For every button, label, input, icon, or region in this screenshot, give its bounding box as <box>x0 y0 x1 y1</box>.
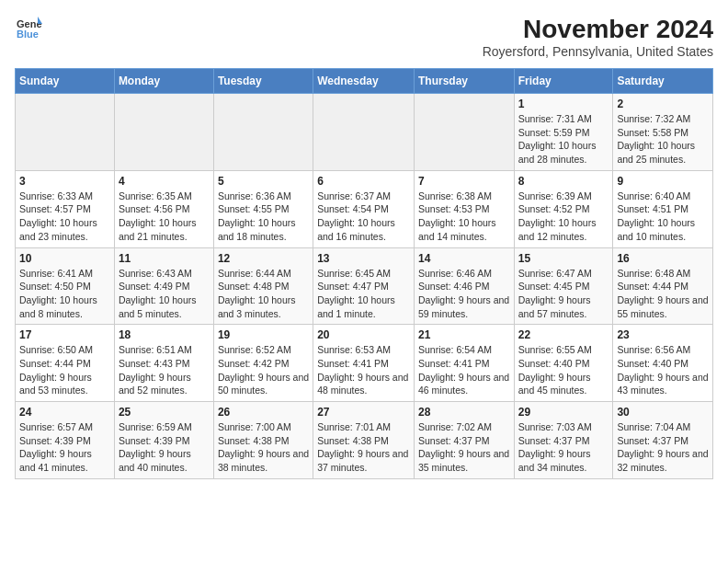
calendar-cell: 5Sunrise: 6:36 AM Sunset: 4:55 PM Daylig… <box>213 170 313 247</box>
calendar-cell <box>313 94 415 171</box>
calendar-cell: 26Sunrise: 7:00 AM Sunset: 4:38 PM Dayli… <box>213 402 313 479</box>
calendar-cell <box>16 94 115 171</box>
calendar-cell: 22Sunrise: 6:55 AM Sunset: 4:40 PM Dayli… <box>514 325 613 402</box>
day-info: Sunrise: 6:39 AM Sunset: 4:52 PM Dayligh… <box>518 190 609 244</box>
calendar-cell: 11Sunrise: 6:43 AM Sunset: 4:49 PM Dayli… <box>114 247 213 325</box>
calendar-cell: 12Sunrise: 6:44 AM Sunset: 4:48 PM Dayli… <box>213 247 313 325</box>
day-info: Sunrise: 6:37 AM Sunset: 4:54 PM Dayligh… <box>317 190 410 244</box>
svg-text:Blue: Blue <box>17 29 39 40</box>
calendar-cell: 7Sunrise: 6:38 AM Sunset: 4:53 PM Daylig… <box>414 170 514 247</box>
day-number: 15 <box>518 252 609 265</box>
day-info: Sunrise: 6:55 AM Sunset: 4:40 PM Dayligh… <box>518 343 609 397</box>
day-number: 1 <box>518 98 609 110</box>
day-number: 19 <box>218 328 309 341</box>
column-header-monday: Monday <box>114 69 213 94</box>
day-info: Sunrise: 6:43 AM Sunset: 4:49 PM Dayligh… <box>119 267 210 321</box>
day-number: 29 <box>518 406 609 419</box>
calendar-cell: 21Sunrise: 6:54 AM Sunset: 4:41 PM Dayli… <box>414 325 514 402</box>
day-number: 11 <box>119 252 210 265</box>
day-number: 23 <box>617 328 709 341</box>
day-info: Sunrise: 6:50 AM Sunset: 4:44 PM Dayligh… <box>19 343 110 397</box>
day-info: Sunrise: 6:41 AM Sunset: 4:50 PM Dayligh… <box>19 267 110 321</box>
day-number: 3 <box>19 175 110 188</box>
day-info: Sunrise: 6:51 AM Sunset: 4:43 PM Dayligh… <box>119 343 210 397</box>
day-info: Sunrise: 6:47 AM Sunset: 4:45 PM Dayligh… <box>518 267 609 321</box>
day-number: 30 <box>617 406 709 419</box>
day-info: Sunrise: 6:57 AM Sunset: 4:39 PM Dayligh… <box>19 420 110 475</box>
calendar-week-4: 17Sunrise: 6:50 AM Sunset: 4:44 PM Dayli… <box>16 325 713 402</box>
day-number: 12 <box>218 252 309 265</box>
day-info: Sunrise: 6:35 AM Sunset: 4:56 PM Dayligh… <box>119 190 210 244</box>
calendar-cell: 14Sunrise: 6:46 AM Sunset: 4:46 PM Dayli… <box>414 247 514 325</box>
title-block: November 2024 Royersford, Pennsylvania, … <box>483 15 713 59</box>
column-header-tuesday: Tuesday <box>213 69 313 94</box>
day-number: 4 <box>119 175 210 188</box>
calendar-cell: 13Sunrise: 6:45 AM Sunset: 4:47 PM Dayli… <box>313 247 415 325</box>
calendar-week-2: 3Sunrise: 6:33 AM Sunset: 4:57 PM Daylig… <box>16 170 713 247</box>
day-number: 13 <box>317 252 410 265</box>
day-info: Sunrise: 7:32 AM Sunset: 5:58 PM Dayligh… <box>617 112 709 167</box>
day-info: Sunrise: 6:52 AM Sunset: 4:42 PM Dayligh… <box>218 343 309 397</box>
day-info: Sunrise: 7:03 AM Sunset: 4:37 PM Dayligh… <box>518 420 609 475</box>
day-number: 14 <box>418 252 510 265</box>
day-info: Sunrise: 6:54 AM Sunset: 4:41 PM Dayligh… <box>418 343 510 397</box>
calendar-cell: 20Sunrise: 6:53 AM Sunset: 4:41 PM Dayli… <box>313 325 415 402</box>
page-header: General Blue November 2024 Royersford, P… <box>15 15 713 59</box>
calendar-cell: 27Sunrise: 7:01 AM Sunset: 4:38 PM Dayli… <box>313 402 415 479</box>
column-header-wednesday: Wednesday <box>313 69 415 94</box>
day-number: 2 <box>617 98 709 110</box>
day-info: Sunrise: 7:04 AM Sunset: 4:37 PM Dayligh… <box>617 420 709 475</box>
calendar-cell: 3Sunrise: 6:33 AM Sunset: 4:57 PM Daylig… <box>16 170 115 247</box>
column-header-friday: Friday <box>514 69 613 94</box>
calendar-week-1: 1Sunrise: 7:31 AM Sunset: 5:59 PM Daylig… <box>16 94 713 171</box>
calendar-cell: 17Sunrise: 6:50 AM Sunset: 4:44 PM Dayli… <box>16 325 115 402</box>
day-number: 6 <box>317 175 410 188</box>
calendar-cell: 19Sunrise: 6:52 AM Sunset: 4:42 PM Dayli… <box>213 325 313 402</box>
day-info: Sunrise: 6:33 AM Sunset: 4:57 PM Dayligh… <box>19 190 110 244</box>
calendar-cell <box>213 94 313 171</box>
calendar-cell: 6Sunrise: 6:37 AM Sunset: 4:54 PM Daylig… <box>313 170 415 247</box>
day-number: 10 <box>19 252 110 265</box>
day-info: Sunrise: 6:53 AM Sunset: 4:41 PM Dayligh… <box>317 343 410 397</box>
calendar-cell <box>114 94 213 171</box>
calendar-week-5: 24Sunrise: 6:57 AM Sunset: 4:39 PM Dayli… <box>16 402 713 479</box>
day-info: Sunrise: 6:46 AM Sunset: 4:46 PM Dayligh… <box>418 267 510 321</box>
day-info: Sunrise: 6:45 AM Sunset: 4:47 PM Dayligh… <box>317 267 410 321</box>
calendar-body: 1Sunrise: 7:31 AM Sunset: 5:59 PM Daylig… <box>16 94 713 479</box>
calendar-cell: 25Sunrise: 6:59 AM Sunset: 4:39 PM Dayli… <box>114 402 213 479</box>
logo-icon: General Blue <box>15 15 42 40</box>
day-number: 17 <box>19 328 110 341</box>
day-info: Sunrise: 6:56 AM Sunset: 4:40 PM Dayligh… <box>617 343 709 397</box>
day-info: Sunrise: 6:38 AM Sunset: 4:53 PM Dayligh… <box>418 190 510 244</box>
day-info: Sunrise: 7:00 AM Sunset: 4:38 PM Dayligh… <box>218 420 309 475</box>
day-number: 25 <box>119 406 210 419</box>
day-number: 20 <box>317 328 410 341</box>
calendar-cell: 23Sunrise: 6:56 AM Sunset: 4:40 PM Dayli… <box>613 325 713 402</box>
calendar-cell: 9Sunrise: 6:40 AM Sunset: 4:51 PM Daylig… <box>613 170 713 247</box>
day-number: 28 <box>418 406 510 419</box>
logo: General Blue <box>15 15 42 40</box>
calendar-cell: 1Sunrise: 7:31 AM Sunset: 5:59 PM Daylig… <box>514 94 613 171</box>
day-info: Sunrise: 6:36 AM Sunset: 4:55 PM Dayligh… <box>218 190 309 244</box>
calendar-cell: 10Sunrise: 6:41 AM Sunset: 4:50 PM Dayli… <box>16 247 115 325</box>
day-info: Sunrise: 6:40 AM Sunset: 4:51 PM Dayligh… <box>617 190 709 244</box>
day-number: 18 <box>119 328 210 341</box>
calendar-header: SundayMondayTuesdayWednesdayThursdayFrid… <box>16 69 713 94</box>
day-number: 8 <box>518 175 609 188</box>
calendar-cell: 24Sunrise: 6:57 AM Sunset: 4:39 PM Dayli… <box>16 402 115 479</box>
calendar-cell: 8Sunrise: 6:39 AM Sunset: 4:52 PM Daylig… <box>514 170 613 247</box>
page-title: November 2024 <box>483 15 713 44</box>
day-number: 9 <box>617 175 709 188</box>
day-number: 7 <box>418 175 510 188</box>
calendar-cell: 30Sunrise: 7:04 AM Sunset: 4:37 PM Dayli… <box>613 402 713 479</box>
day-info: Sunrise: 6:59 AM Sunset: 4:39 PM Dayligh… <box>119 420 210 475</box>
calendar-cell: 18Sunrise: 6:51 AM Sunset: 4:43 PM Dayli… <box>114 325 213 402</box>
calendar-cell: 4Sunrise: 6:35 AM Sunset: 4:56 PM Daylig… <box>114 170 213 247</box>
calendar-cell: 28Sunrise: 7:02 AM Sunset: 4:37 PM Dayli… <box>414 402 514 479</box>
day-number: 16 <box>617 252 709 265</box>
calendar-cell: 2Sunrise: 7:32 AM Sunset: 5:58 PM Daylig… <box>613 94 713 171</box>
day-info: Sunrise: 7:01 AM Sunset: 4:38 PM Dayligh… <box>317 420 410 475</box>
day-info: Sunrise: 6:44 AM Sunset: 4:48 PM Dayligh… <box>218 267 309 321</box>
day-number: 24 <box>19 406 110 419</box>
day-number: 21 <box>418 328 510 341</box>
